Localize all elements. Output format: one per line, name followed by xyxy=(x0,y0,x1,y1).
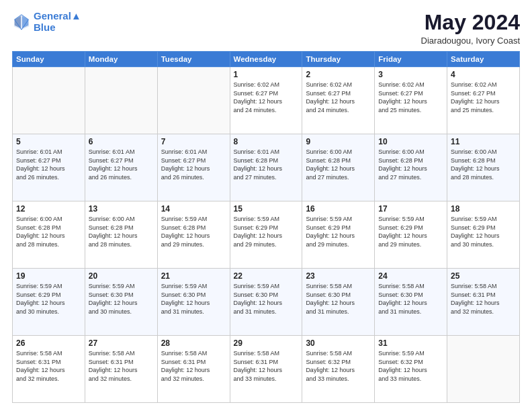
calendar-header: SundayMondayTuesdayWednesdayThursdayFrid… xyxy=(13,52,520,67)
weekday-header-tuesday: Tuesday xyxy=(157,52,230,67)
day-number: 19 xyxy=(16,271,81,281)
day-number: 9 xyxy=(306,137,371,146)
day-number: 3 xyxy=(378,70,443,79)
week-row-4: 26Sunrise: 5:58 AM Sunset: 6:31 PM Dayli… xyxy=(13,336,520,403)
page: General▲ Blue May 2024 Diaradougou, Ivor… xyxy=(0,0,532,411)
calendar-cell: 10Sunrise: 6:00 AM Sunset: 6:28 PM Dayli… xyxy=(375,134,447,201)
calendar-cell: 31Sunrise: 5:59 AM Sunset: 6:32 PM Dayli… xyxy=(375,336,447,403)
weekday-row: SundayMondayTuesdayWednesdayThursdayFrid… xyxy=(13,52,520,67)
calendar-cell: 7Sunrise: 6:01 AM Sunset: 6:27 PM Daylig… xyxy=(157,134,230,201)
day-number: 8 xyxy=(234,137,299,146)
day-info: Sunrise: 5:59 AM Sunset: 6:30 PM Dayligh… xyxy=(161,282,226,316)
day-info: Sunrise: 6:02 AM Sunset: 6:27 PM Dayligh… xyxy=(306,81,371,114)
calendar-cell: 22Sunrise: 5:59 AM Sunset: 6:30 PM Dayli… xyxy=(230,269,302,336)
week-row-1: 5Sunrise: 6:01 AM Sunset: 6:27 PM Daylig… xyxy=(13,134,520,201)
calendar-cell: 4Sunrise: 6:02 AM Sunset: 6:27 PM Daylig… xyxy=(447,67,520,134)
day-number: 25 xyxy=(451,271,516,281)
day-number: 12 xyxy=(16,204,81,214)
week-row-2: 12Sunrise: 6:00 AM Sunset: 6:28 PM Dayli… xyxy=(13,201,520,269)
calendar-cell: 27Sunrise: 5:58 AM Sunset: 6:31 PM Dayli… xyxy=(85,336,157,403)
day-info: Sunrise: 5:59 AM Sunset: 6:29 PM Dayligh… xyxy=(451,215,516,248)
calendar-cell: 8Sunrise: 6:01 AM Sunset: 6:28 PM Daylig… xyxy=(230,134,302,201)
day-info: Sunrise: 6:00 AM Sunset: 6:28 PM Dayligh… xyxy=(89,215,154,248)
day-number: 16 xyxy=(306,204,371,214)
day-info: Sunrise: 6:01 AM Sunset: 6:27 PM Dayligh… xyxy=(16,148,81,181)
calendar-cell: 16Sunrise: 5:59 AM Sunset: 6:29 PM Dayli… xyxy=(302,201,375,269)
calendar-cell: 29Sunrise: 5:58 AM Sunset: 6:31 PM Dayli… xyxy=(230,336,302,403)
header: General▲ Blue May 2024 Diaradougou, Ivor… xyxy=(12,11,520,46)
calendar-cell: 24Sunrise: 5:58 AM Sunset: 6:30 PM Dayli… xyxy=(375,269,447,336)
day-info: Sunrise: 6:02 AM Sunset: 6:27 PM Dayligh… xyxy=(234,81,299,114)
day-info: Sunrise: 5:58 AM Sunset: 6:31 PM Dayligh… xyxy=(16,349,81,383)
calendar-cell: 21Sunrise: 5:59 AM Sunset: 6:30 PM Dayli… xyxy=(157,269,230,336)
day-number: 27 xyxy=(89,338,154,348)
weekday-header-saturday: Saturday xyxy=(447,52,520,67)
calendar-cell xyxy=(447,336,520,403)
day-info: Sunrise: 5:59 AM Sunset: 6:29 PM Dayligh… xyxy=(16,282,81,316)
day-info: Sunrise: 6:00 AM Sunset: 6:28 PM Dayligh… xyxy=(306,148,371,181)
day-info: Sunrise: 6:00 AM Sunset: 6:28 PM Dayligh… xyxy=(451,148,516,181)
day-number: 17 xyxy=(378,204,443,214)
calendar-cell: 12Sunrise: 6:00 AM Sunset: 6:28 PM Dayli… xyxy=(13,201,85,269)
calendar-cell: 5Sunrise: 6:01 AM Sunset: 6:27 PM Daylig… xyxy=(13,134,85,201)
calendar-cell: 28Sunrise: 5:58 AM Sunset: 6:31 PM Dayli… xyxy=(157,336,230,403)
weekday-header-sunday: Sunday xyxy=(13,52,85,67)
day-number: 11 xyxy=(451,137,516,146)
calendar-cell: 20Sunrise: 5:59 AM Sunset: 6:30 PM Dayli… xyxy=(85,269,157,336)
day-info: Sunrise: 5:59 AM Sunset: 6:29 PM Dayligh… xyxy=(378,215,443,248)
day-info: Sunrise: 6:02 AM Sunset: 6:27 PM Dayligh… xyxy=(451,81,516,114)
weekday-header-wednesday: Wednesday xyxy=(230,52,302,67)
day-info: Sunrise: 5:59 AM Sunset: 6:30 PM Dayligh… xyxy=(89,282,154,316)
day-number: 14 xyxy=(161,204,226,214)
week-row-0: 1Sunrise: 6:02 AM Sunset: 6:27 PM Daylig… xyxy=(13,67,520,134)
logo-blue: Blue xyxy=(34,22,81,34)
weekday-header-friday: Friday xyxy=(375,52,447,67)
calendar-cell: 18Sunrise: 5:59 AM Sunset: 6:29 PM Dayli… xyxy=(447,201,520,269)
calendar-cell xyxy=(85,67,157,134)
day-info: Sunrise: 5:59 AM Sunset: 6:32 PM Dayligh… xyxy=(378,349,443,383)
day-number: 26 xyxy=(16,338,81,348)
weekday-header-monday: Monday xyxy=(85,52,157,67)
day-number: 6 xyxy=(89,137,154,146)
logo-icon xyxy=(12,13,31,32)
calendar-cell: 19Sunrise: 5:59 AM Sunset: 6:29 PM Dayli… xyxy=(13,269,85,336)
day-info: Sunrise: 6:00 AM Sunset: 6:28 PM Dayligh… xyxy=(16,215,81,248)
logo-general: General xyxy=(34,10,71,21)
calendar-cell: 2Sunrise: 6:02 AM Sunset: 6:27 PM Daylig… xyxy=(302,67,375,134)
day-number: 1 xyxy=(234,70,299,79)
day-number: 21 xyxy=(161,271,226,281)
calendar-body: 1Sunrise: 6:02 AM Sunset: 6:27 PM Daylig… xyxy=(13,67,520,403)
day-number: 13 xyxy=(89,204,154,214)
day-number: 18 xyxy=(451,204,516,214)
day-number: 31 xyxy=(378,338,443,348)
day-info: Sunrise: 5:58 AM Sunset: 6:30 PM Dayligh… xyxy=(378,282,443,316)
day-info: Sunrise: 5:58 AM Sunset: 6:32 PM Dayligh… xyxy=(306,349,371,383)
day-info: Sunrise: 5:58 AM Sunset: 6:31 PM Dayligh… xyxy=(234,349,299,383)
day-info: Sunrise: 6:01 AM Sunset: 6:28 PM Dayligh… xyxy=(234,148,299,181)
calendar-table: SundayMondayTuesdayWednesdayThursdayFrid… xyxy=(12,51,520,403)
day-info: Sunrise: 5:59 AM Sunset: 6:28 PM Dayligh… xyxy=(161,215,226,248)
subtitle: Diaradougou, Ivory Coast xyxy=(421,36,520,46)
calendar-cell: 9Sunrise: 6:00 AM Sunset: 6:28 PM Daylig… xyxy=(302,134,375,201)
day-number: 7 xyxy=(161,137,226,146)
day-number: 5 xyxy=(16,137,81,146)
calendar-cell: 14Sunrise: 5:59 AM Sunset: 6:28 PM Dayli… xyxy=(157,201,230,269)
calendar-cell: 1Sunrise: 6:02 AM Sunset: 6:27 PM Daylig… xyxy=(230,67,302,134)
day-number: 4 xyxy=(451,70,516,79)
calendar-cell: 11Sunrise: 6:00 AM Sunset: 6:28 PM Dayli… xyxy=(447,134,520,201)
calendar-cell: 25Sunrise: 5:58 AM Sunset: 6:31 PM Dayli… xyxy=(447,269,520,336)
day-info: Sunrise: 5:58 AM Sunset: 6:31 PM Dayligh… xyxy=(161,349,226,383)
day-info: Sunrise: 6:00 AM Sunset: 6:28 PM Dayligh… xyxy=(378,148,443,181)
weekday-header-thursday: Thursday xyxy=(302,52,375,67)
main-title: May 2024 xyxy=(421,11,520,34)
day-info: Sunrise: 5:59 AM Sunset: 6:29 PM Dayligh… xyxy=(306,215,371,248)
day-number: 30 xyxy=(306,338,371,348)
calendar-cell xyxy=(157,67,230,134)
calendar-cell: 23Sunrise: 5:58 AM Sunset: 6:30 PM Dayli… xyxy=(302,269,375,336)
day-number: 23 xyxy=(306,271,371,281)
day-info: Sunrise: 5:59 AM Sunset: 6:30 PM Dayligh… xyxy=(234,282,299,316)
day-info: Sunrise: 6:02 AM Sunset: 6:27 PM Dayligh… xyxy=(378,81,443,114)
day-number: 20 xyxy=(89,271,154,281)
logo-text: General▲ Blue xyxy=(34,11,81,33)
day-number: 15 xyxy=(234,204,299,214)
